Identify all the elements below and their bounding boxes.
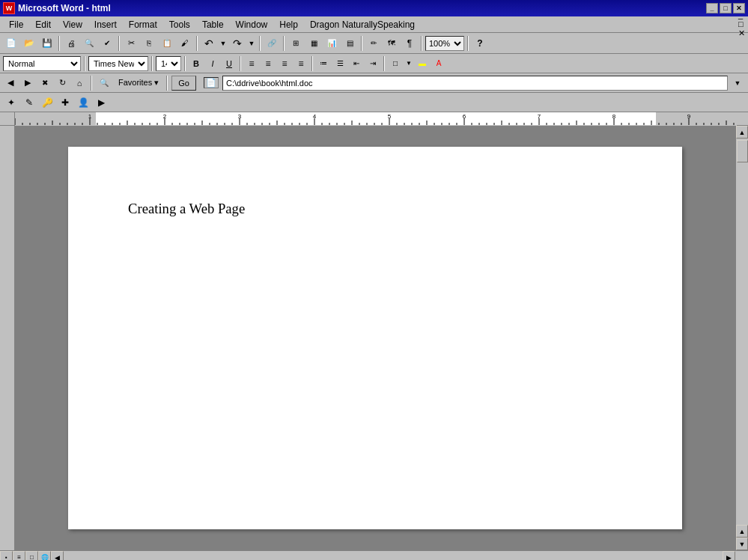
doc-close-btn[interactable]: ✕: [738, 28, 745, 38]
style-select[interactable]: Normal: [3, 56, 81, 71]
fmt-sep-1: [84, 56, 85, 71]
num-list-btn[interactable]: ≔: [316, 56, 331, 71]
toolbar-sep-8: [467, 36, 469, 51]
align-center-btn[interactable]: ≡: [261, 56, 276, 71]
address-dropdown-btn[interactable]: ▼: [730, 76, 745, 91]
toolbar-sep-3: [196, 36, 198, 51]
drawing-btn[interactable]: ✏: [365, 35, 382, 52]
columns-btn[interactable]: ▤: [341, 35, 358, 52]
nav-sep-2: [166, 76, 168, 91]
open-btn[interactable]: 📂: [21, 35, 37, 52]
scroll-thumb[interactable]: [737, 140, 748, 162]
view-web-btn[interactable]: 🌐: [38, 551, 51, 560]
help-btn[interactable]: ?: [472, 35, 488, 52]
menu-edit[interactable]: Edit: [29, 16, 57, 32]
spelling-btn[interactable]: ✔: [99, 35, 115, 52]
print-btn[interactable]: 🖨: [63, 35, 79, 52]
ruler-container: 123456789: [0, 112, 748, 126]
redo-arrow[interactable]: ▼: [247, 35, 256, 52]
scroll-track: [736, 139, 748, 525]
doc-maximize-btn[interactable]: □: [738, 19, 745, 28]
horizontal-ruler: 123456789: [15, 112, 737, 126]
undo-arrow[interactable]: ▼: [219, 35, 228, 52]
doc-window-controls[interactable]: _ □ ✕: [738, 10, 745, 38]
show-hide-btn[interactable]: ¶: [401, 35, 418, 52]
web-btn-6[interactable]: ▶: [93, 94, 109, 111]
toolbar-sep-2: [118, 36, 120, 51]
outside-border-btn[interactable]: □: [388, 56, 403, 71]
menu-table[interactable]: Table: [196, 16, 230, 32]
home-btn[interactable]: ⌂: [72, 76, 87, 91]
toolbar-sep-1: [58, 36, 60, 51]
web-btn-1[interactable]: ✦: [3, 94, 19, 111]
menu-insert[interactable]: Insert: [88, 16, 123, 32]
view-normal-btn[interactable]: ▪: [0, 551, 13, 560]
forward-btn[interactable]: ▶: [20, 76, 35, 91]
print-preview-btn[interactable]: 🔍: [81, 35, 97, 52]
h-scroll-right-btn[interactable]: ▶: [723, 551, 735, 560]
view-layout-btn[interactable]: □: [25, 551, 38, 560]
doc-minimize-btn[interactable]: _: [738, 10, 745, 19]
web-btn-5[interactable]: 👤: [75, 94, 91, 111]
font-color-btn[interactable]: A: [431, 56, 446, 71]
undo-btn[interactable]: ↶: [201, 35, 217, 52]
menu-view[interactable]: View: [57, 16, 88, 32]
insert-table-btn[interactable]: ▦: [305, 35, 322, 52]
svg-rect-0: [15, 112, 96, 126]
scroll-down-btn-1[interactable]: ▲: [736, 525, 748, 538]
refresh-btn[interactable]: ↻: [55, 76, 70, 91]
decrease-indent-btn[interactable]: ⇤: [349, 56, 364, 71]
svg-text:3: 3: [238, 113, 242, 120]
bold-btn[interactable]: B: [189, 56, 204, 71]
hyperlink-btn[interactable]: 🔗: [264, 35, 280, 52]
redo-btn[interactable]: ↷: [229, 35, 246, 52]
go-btn[interactable]: Go: [171, 76, 196, 91]
vertical-ruler: [0, 126, 15, 550]
address-bar[interactable]: C:\ddrive\book\html.doc: [222, 76, 728, 91]
cut-btn[interactable]: ✂: [123, 35, 139, 52]
justify-btn[interactable]: ≡: [294, 56, 308, 71]
font-select[interactable]: Times New Roman: [88, 56, 148, 71]
back-btn[interactable]: ◀: [3, 76, 18, 91]
web-btn-3[interactable]: 🔑: [39, 94, 55, 111]
web-btn-4[interactable]: ✚: [57, 94, 73, 111]
scroll-down-btn-2[interactable]: ▼: [736, 538, 748, 550]
size-select[interactable]: 14: [156, 56, 181, 71]
italic-btn[interactable]: I: [205, 56, 220, 71]
address-icon: 📄: [204, 77, 219, 88]
format-painter-btn[interactable]: 🖌: [177, 35, 193, 52]
new-btn[interactable]: 📄: [3, 35, 19, 52]
h-scroll-left-btn[interactable]: ◀: [51, 551, 64, 560]
save-btn[interactable]: 💾: [39, 35, 55, 52]
vertical-scrollbar[interactable]: ▲ ▲ ▼: [735, 126, 748, 550]
menu-tools[interactable]: Tools: [163, 16, 196, 32]
menu-window[interactable]: Window: [230, 16, 274, 32]
paste-btn[interactable]: 📋: [159, 35, 175, 52]
stop-btn[interactable]: ✖: [37, 76, 52, 91]
search-btn[interactable]: 🔍: [96, 76, 112, 91]
minimize-btn[interactable]: _: [706, 3, 718, 13]
copy-btn[interactable]: ⎘: [141, 35, 157, 52]
web-btn-2[interactable]: ✎: [21, 94, 37, 111]
menu-dragon[interactable]: Dragon NaturallySpeaking: [304, 16, 421, 32]
doc-map-btn[interactable]: 🗺: [383, 35, 400, 52]
maximize-btn[interactable]: □: [720, 3, 732, 13]
favorites-btn[interactable]: Favorites ▾: [115, 76, 162, 91]
tables-btn[interactable]: ⊞: [288, 35, 304, 52]
align-right-btn[interactable]: ≡: [277, 56, 292, 71]
align-left-btn[interactable]: ≡: [244, 56, 259, 71]
increase-indent-btn[interactable]: ⇥: [365, 56, 380, 71]
zoom-select[interactable]: 100%: [425, 36, 464, 51]
bul-list-btn[interactable]: ☰: [332, 56, 347, 71]
ruler-left-margin: [0, 112, 15, 125]
toolbar-sep-5: [283, 36, 285, 51]
menu-file[interactable]: File: [3, 16, 29, 32]
border-arrow-btn[interactable]: ▼: [404, 56, 413, 71]
scroll-up-btn[interactable]: ▲: [736, 126, 748, 139]
excel-btn[interactable]: 📊: [323, 35, 340, 52]
menu-format[interactable]: Format: [123, 16, 163, 32]
underline-btn[interactable]: U: [222, 56, 237, 71]
menu-help[interactable]: Help: [273, 16, 304, 32]
view-outline-btn[interactable]: ≡: [13, 551, 25, 560]
highlight-btn[interactable]: ▬: [415, 56, 430, 71]
